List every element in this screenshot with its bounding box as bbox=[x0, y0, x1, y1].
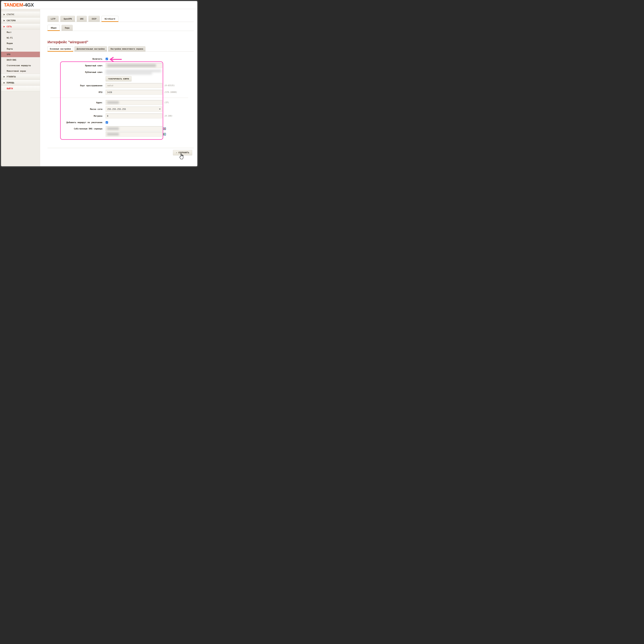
listen-port-label: Порт прослушивания bbox=[48, 84, 102, 87]
enable-row: Включить bbox=[48, 58, 194, 60]
tab-l2tp[interactable]: L2TP bbox=[48, 16, 59, 22]
sidebar-item-logout[interactable]: ВЫЙТИ bbox=[1, 86, 40, 91]
metric-input[interactable] bbox=[106, 113, 162, 118]
sidebar-item-wifi[interactable]: Wi-Fi bbox=[1, 35, 40, 41]
settings-tab-strip: Основные настройки Дополнительные настро… bbox=[48, 46, 194, 52]
enable-checkbox[interactable] bbox=[106, 58, 108, 60]
tab-label: OpenVPN bbox=[64, 18, 72, 20]
sidebar-item-label: СИСТЕМА bbox=[7, 19, 16, 22]
sidebar-item-label: Порты bbox=[7, 48, 13, 50]
generate-keys-button[interactable]: ГЕНЕРИРОВАТЬ КЛЮЧИ bbox=[106, 76, 132, 81]
tab-label: Дополнительные настройки bbox=[77, 48, 105, 50]
sidebar-item-label: ПОМОЩЬ bbox=[7, 82, 14, 84]
sidebar-item-system[interactable]: СИСТЕМА bbox=[1, 18, 40, 23]
router-admin-app: TANDEM-4GX СТАТУС СИСТЕМА СЕТЬ Мост Wi bbox=[1, 1, 197, 166]
address-label: Адрес bbox=[48, 101, 102, 104]
dns-input-1[interactable] bbox=[106, 126, 162, 131]
mtu-label: MTU bbox=[48, 91, 102, 94]
vpn-tab-strip: L2TP OpenVPN GRE EOIP WireGuard bbox=[48, 16, 194, 22]
private-key-label: Приватный ключ bbox=[48, 64, 102, 67]
sidebar-item-bridge[interactable]: Мост bbox=[1, 29, 40, 35]
sidebar-item-label: УТИЛИТЫ bbox=[7, 75, 16, 78]
logo-brand: TANDEM bbox=[4, 2, 23, 8]
tab-firewall-settings[interactable]: Настройки межсетевого экрана bbox=[108, 46, 145, 52]
private-key-row: Приватный ключ bbox=[48, 63, 194, 68]
tab-peers[interactable]: Пиры bbox=[62, 25, 73, 31]
sidebar-item-label: VPN bbox=[7, 53, 10, 56]
default-route-checkbox[interactable] bbox=[106, 121, 108, 124]
redacted-value bbox=[107, 133, 119, 135]
sidebar-item-status[interactable]: СТАТУС bbox=[1, 12, 40, 17]
wireguard-form: Включить Приватный ключ Публичный ключ bbox=[48, 58, 194, 137]
app-body: СТАТУС СИСТЕМА СЕТЬ Мост Wi-Fi Модем bbox=[1, 9, 197, 166]
dns-label: Собственные DNS сервера bbox=[48, 128, 102, 130]
main-content: L2TP OpenVPN GRE EOIP WireGuard Общие Пи… bbox=[40, 9, 197, 166]
sidebar-item-label: Статические маршруты bbox=[7, 64, 31, 67]
tab-wireguard[interactable]: WireGuard bbox=[101, 16, 118, 22]
sidebar: СТАТУС СИСТЕМА СЕТЬ Мост Wi-Fi Модем bbox=[1, 9, 40, 166]
check-icon: ✓ bbox=[176, 151, 177, 154]
metric-hint: (0-100) bbox=[164, 115, 172, 117]
sidebar-item-label: Межсетевой экран bbox=[7, 70, 26, 72]
green-plus-glyph bbox=[164, 134, 164, 135]
logo-suffix: -4GX bbox=[23, 2, 34, 8]
listen-port-input[interactable] bbox=[106, 83, 162, 88]
netmask-row: Маска сети 255.255.255.255 bbox=[48, 107, 194, 112]
mtu-row: MTU (576-10000) bbox=[48, 90, 194, 95]
triangle-right-icon bbox=[4, 82, 5, 84]
tab-openvpn[interactable]: OpenVPN bbox=[60, 16, 75, 22]
sidebar-item-label: ВЫЙТИ bbox=[7, 87, 13, 90]
tab-label: GRE bbox=[80, 18, 83, 20]
chevron-down-icon bbox=[159, 109, 161, 110]
wireguard-subtab-strip: Общие Пиры bbox=[48, 25, 194, 31]
tab-label: EOIP bbox=[92, 18, 96, 20]
redacted-value bbox=[107, 101, 119, 104]
private-key-input[interactable] bbox=[106, 63, 162, 68]
button-label: ГЕНЕРИРОВАТЬ КЛЮЧИ bbox=[108, 78, 129, 80]
sidebar-item-static-routes[interactable]: Статические маршруты bbox=[1, 63, 40, 68]
redacted-value bbox=[106, 70, 161, 72]
enable-label: Включить bbox=[48, 58, 102, 60]
tab-label: WireGuard bbox=[105, 18, 115, 20]
generate-keys-row: ГЕНЕРИРОВАТЬ КЛЮЧИ bbox=[48, 76, 194, 81]
address-input[interactable] bbox=[106, 100, 162, 105]
tab-basic-settings[interactable]: Основные настройки bbox=[48, 46, 73, 52]
save-row: ✓ СОХРАНИТЬ bbox=[48, 150, 194, 155]
triangle-right-icon bbox=[4, 26, 5, 27]
sidebar-item-utilities[interactable]: УТИЛИТЫ bbox=[1, 74, 40, 80]
tab-advanced-settings[interactable]: Дополнительные настройки bbox=[74, 46, 107, 52]
tab-label: Пиры bbox=[65, 27, 69, 29]
sidebar-item-vpn[interactable]: VPN bbox=[1, 52, 40, 57]
save-button[interactable]: ✓ СОХРАНИТЬ bbox=[173, 150, 192, 155]
sidebar-item-dhcp-dns[interactable]: DHCP/DNS bbox=[1, 57, 40, 63]
default-route-row: Добавить маршрут по умолчанию bbox=[48, 121, 194, 124]
tab-label: Основные настройки bbox=[50, 48, 71, 50]
sidebar-item-modem[interactable]: Модем bbox=[1, 41, 40, 46]
add-dns-icon[interactable] bbox=[163, 133, 166, 135]
triangle-right-icon bbox=[4, 20, 5, 21]
screenshot-frame: TANDEM-4GX СТАТУС СИСТЕМА СЕТЬ Мост Wi bbox=[0, 0, 198, 167]
tab-eoip[interactable]: EOIP bbox=[88, 16, 100, 22]
dns-row-1: Собственные DNS сервера bbox=[48, 126, 194, 131]
tab-label: L2TP bbox=[51, 18, 55, 20]
mtu-input[interactable] bbox=[106, 90, 162, 95]
logo: TANDEM-4GX bbox=[4, 3, 34, 7]
sidebar-item-label: СТАТУС bbox=[7, 13, 14, 16]
address-hint: (IP) bbox=[164, 101, 169, 104]
sidebar-item-ports[interactable]: Порты bbox=[1, 46, 40, 52]
app-header: TANDEM-4GX bbox=[1, 1, 197, 9]
address-row: Адрес (IP) bbox=[48, 100, 194, 105]
remove-dns-icon[interactable] bbox=[163, 127, 166, 130]
triangle-right-icon bbox=[4, 76, 5, 78]
tab-gre[interactable]: GRE bbox=[77, 16, 87, 22]
dns-input-2[interactable] bbox=[106, 132, 162, 137]
netmask-select[interactable]: 255.255.255.255 bbox=[106, 107, 162, 112]
sidebar-item-firewall[interactable]: Межсетевой экран bbox=[1, 68, 40, 74]
redacted-value bbox=[107, 64, 156, 67]
sidebar-item-help[interactable]: ПОМОЩЬ bbox=[1, 80, 40, 86]
tab-general[interactable]: Общие bbox=[48, 25, 60, 31]
tab-label: Настройки межсетевого экрана bbox=[111, 48, 143, 50]
divider bbox=[50, 98, 188, 98]
sidebar-item-network[interactable]: СЕТЬ bbox=[1, 24, 40, 29]
metric-label: Метрика bbox=[48, 115, 102, 117]
